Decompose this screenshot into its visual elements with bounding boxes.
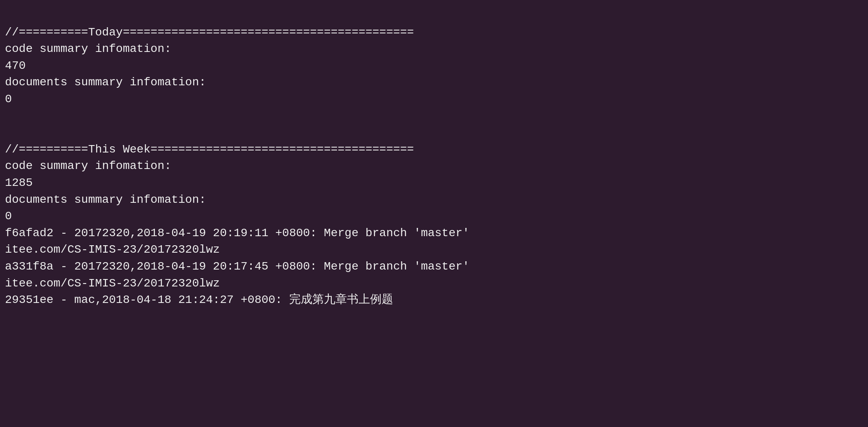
terminal-line: 0 xyxy=(5,208,863,225)
terminal-line: //==========This Week===================… xyxy=(5,141,863,158)
terminal-line: itee.com/CS-IMIS-23/20172320lwz xyxy=(5,275,863,292)
terminal-line: code summary infomation: xyxy=(5,41,863,58)
terminal-empty-line xyxy=(5,108,863,125)
terminal-line: f6afad2 - 20172320,2018-04-19 20:19:11 +… xyxy=(5,225,863,242)
terminal-line: 1285 xyxy=(5,175,863,192)
terminal-line: //==========Today=======================… xyxy=(5,24,863,41)
terminal-line: 0 xyxy=(5,91,863,108)
terminal-line: itee.com/CS-IMIS-23/20172320lwz xyxy=(5,242,863,258)
terminal-line: documents summary infomation: xyxy=(5,192,863,209)
terminal-line: 470 xyxy=(5,58,863,75)
terminal-empty-line xyxy=(5,124,863,141)
terminal-output: //==========Today=======================… xyxy=(5,7,863,309)
terminal-line: documents summary infomation: xyxy=(5,74,863,91)
terminal-line: 29351ee - mac,2018-04-18 21:24:27 +0800:… xyxy=(5,292,863,309)
terminal-line: a331f8a - 20172320,2018-04-19 20:17:45 +… xyxy=(5,258,863,275)
terminal-line: code summary infomation: xyxy=(5,158,863,175)
